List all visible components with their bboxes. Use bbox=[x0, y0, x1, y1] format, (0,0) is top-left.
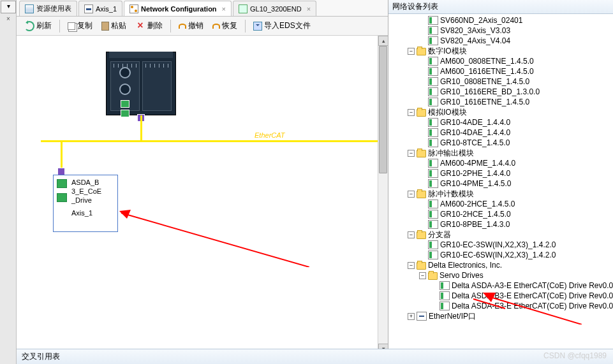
device-icon bbox=[428, 26, 438, 35]
tree-folder[interactable]: −分支器 bbox=[408, 229, 613, 240]
tree-item-label: GR10-4PME_1.4.5.0 bbox=[440, 178, 511, 189]
tree-item[interactable]: GR10-8TCE_1.4.5.0 bbox=[419, 138, 613, 148]
device-icon bbox=[428, 87, 438, 96]
tree-toggle[interactable]: + bbox=[408, 313, 415, 320]
rail-close-button[interactable]: × bbox=[1, 15, 16, 25]
slave-device[interactable]: ASDA_B 3_E_CoE _Drive Axis_1 bbox=[53, 175, 118, 232]
tree-item[interactable]: GR10_1616ETNE_1.4.5.0 bbox=[419, 97, 613, 107]
tree-toggle[interactable]: − bbox=[408, 191, 415, 198]
import-icon bbox=[253, 22, 262, 31]
device-tree[interactable]: SV660ND_2Axis_02401SV820_3Axis_V3.03SV82… bbox=[388, 14, 613, 364]
tab-gl10[interactable]: GL10_3200END × bbox=[233, 1, 316, 16]
tree-folder-label: 分支器 bbox=[428, 229, 451, 240]
delete-button[interactable]: ×删除 bbox=[131, 18, 166, 34]
tree-item[interactable]: SV820_3Axis_V3.03 bbox=[419, 25, 613, 36]
folder-icon bbox=[417, 109, 426, 117]
tree-item[interactable]: Delta ASDA-A3-E EtherCAT(CoE) Drive Rev0… bbox=[431, 280, 613, 291]
tree-item-label: AM600-4PME_1.4.4.0 bbox=[440, 158, 515, 168]
tree-folder[interactable]: −Delta Electronics, Inc. bbox=[408, 260, 613, 270]
tree-item[interactable]: AM600-4PME_1.4.4.0 bbox=[419, 158, 613, 168]
tree-item[interactable]: SV820_4Axis_V4.04 bbox=[419, 36, 613, 46]
tab-network-config[interactable]: Network Configuration × bbox=[124, 1, 232, 16]
tab-label: Axis_1 bbox=[96, 5, 117, 13]
tree-item-label: SV660ND_2Axis_02401 bbox=[440, 15, 522, 25]
tree-item[interactable]: GR10-EC-6SW(IN,X2,X3)_1.4.2.0 bbox=[419, 250, 613, 260]
tree-folder-label: Delta Electronics, Inc. bbox=[428, 260, 502, 270]
tree-toggle[interactable]: − bbox=[419, 272, 426, 279]
tree-folder[interactable]: −脉冲输出模块 bbox=[408, 148, 613, 158]
tab-close-button[interactable]: × bbox=[307, 5, 311, 13]
tab-label: GL10_3200END bbox=[250, 5, 302, 13]
redo-button[interactable]: 恢复 bbox=[209, 18, 241, 34]
rail-toggle-button[interactable]: ▾ bbox=[1, 1, 16, 13]
tree-item[interactable]: GR10-2HCE_1.4.5.0 bbox=[419, 209, 613, 219]
tree-toggle[interactable]: − bbox=[408, 262, 415, 269]
refresh-icon bbox=[24, 21, 34, 31]
tree-folder[interactable]: −模拟IO模块 bbox=[408, 107, 613, 117]
tree-item-label: GR10-8PBE_1.4.3.0 bbox=[440, 219, 510, 229]
tree-item[interactable]: GR10-EC-3SW(IN,X2,X3)_1.4.2.0 bbox=[419, 240, 613, 250]
tab-bar: 资源使用表 Axis_1 Network Configuration × GL1… bbox=[17, 0, 388, 17]
tree-item-label: AM600_1616ETNE_1.4.5.0 bbox=[440, 66, 534, 76]
tree-item[interactable]: GR10_1616ERE_BD_1.3.0.0 bbox=[419, 87, 613, 97]
folder-icon bbox=[428, 272, 438, 280]
device-icon bbox=[428, 159, 438, 168]
tab-resource-usage[interactable]: 资源使用表 bbox=[19, 1, 77, 16]
tree-toggle[interactable]: − bbox=[408, 231, 415, 238]
tree-folder[interactable]: −Servo Drives bbox=[419, 270, 613, 280]
paste-button[interactable]: 粘贴 bbox=[98, 18, 130, 34]
device-icon bbox=[428, 118, 438, 127]
tree-item-label: Delta ASDA-E3-E EtherCAT(CoE) Drive Rev0… bbox=[452, 301, 613, 311]
import-eds-button[interactable]: 导入EDS文件 bbox=[249, 18, 314, 34]
network-canvas[interactable]: EtherCAT ASDA_B 3_E_CoE _Drive Axis_1 bbox=[17, 36, 388, 364]
tree-folder-label: 数字IO模块 bbox=[428, 46, 467, 56]
master-device[interactable] bbox=[106, 52, 176, 115]
device-icon bbox=[428, 77, 438, 86]
tree-item[interactable]: GR10-2PHE_1.4.4.0 bbox=[419, 168, 613, 178]
tree-folder-label: 脉冲计数模块 bbox=[428, 189, 474, 199]
tree-item[interactable]: Delta ASDA-E3-E EtherCAT(CoE) Drive Rev0… bbox=[431, 301, 613, 311]
tab-close-button[interactable]: × bbox=[222, 5, 226, 13]
tree-folder[interactable]: −脉冲计数模块 bbox=[408, 189, 613, 199]
bottom-panel-tab[interactable]: 交叉引用表 bbox=[17, 349, 613, 364]
port-icon bbox=[57, 193, 67, 202]
tree-toggle[interactable]: − bbox=[408, 109, 415, 116]
paste-icon bbox=[101, 22, 109, 31]
tree-folder[interactable]: +EtherNet/IP口 bbox=[408, 311, 613, 321]
vertical-scrollbar[interactable]: ▴ ▾ bbox=[378, 36, 388, 354]
toolbar: 刷新 复制 粘贴 ×删除 撤销 恢复 导入EDS文件 bbox=[17, 17, 388, 36]
tree-item[interactable]: SV660ND_2Axis_02401 bbox=[419, 15, 613, 25]
canvas-wrap: EtherCAT ASDA_B 3_E_CoE _Drive Axis_1 bbox=[17, 36, 388, 364]
tree-item[interactable]: AM600-2HCE_1.4.5.0 bbox=[419, 199, 613, 209]
tree-folder[interactable]: −数字IO模块 bbox=[408, 46, 613, 56]
tree-item[interactable]: GR10-4PME_1.4.5.0 bbox=[419, 178, 613, 189]
tree-item[interactable]: GR10-4DAE_1.4.4.0 bbox=[419, 127, 613, 138]
tree-item[interactable]: AM600_1616ETNE_1.4.5.0 bbox=[419, 66, 613, 76]
tree-item[interactable]: AM600_0808ETNE_1.4.5.0 bbox=[419, 56, 613, 66]
tree-item-label: SV820_3Axis_V3.03 bbox=[440, 25, 510, 36]
tree-item-label: SV820_4Axis_V4.04 bbox=[440, 36, 510, 46]
tree-item-label: GR10-4ADE_1.4.4.0 bbox=[440, 117, 510, 127]
tree-item[interactable]: Delta ASDA-B3-E EtherCAT(CoE) Drive Rev0… bbox=[431, 291, 613, 301]
svg-line-0 bbox=[121, 213, 309, 267]
side-panel-title: 网络设备列表 bbox=[388, 0, 613, 14]
device-icon bbox=[428, 251, 438, 259]
scroll-thumb[interactable] bbox=[379, 46, 387, 173]
tree-toggle[interactable]: − bbox=[408, 150, 415, 157]
copy-button[interactable]: 复制 bbox=[64, 18, 96, 34]
tree-item-label: GR10-2HCE_1.4.5.0 bbox=[440, 209, 511, 219]
device-icon bbox=[428, 210, 438, 219]
tree-toggle[interactable]: − bbox=[408, 48, 415, 55]
tab-axis1[interactable]: Axis_1 bbox=[78, 1, 122, 16]
network-icon bbox=[129, 4, 138, 13]
tree-item[interactable]: GR10-8PBE_1.4.3.0 bbox=[419, 219, 613, 229]
scroll-up-button[interactable]: ▴ bbox=[378, 36, 388, 46]
undo-button[interactable]: 撤销 bbox=[175, 18, 207, 34]
tree-item-label: Delta ASDA-B3-E EtherCAT(CoE) Drive Rev0… bbox=[452, 291, 613, 301]
device-icon bbox=[439, 302, 450, 310]
device-icon bbox=[428, 179, 438, 188]
tree-item[interactable]: GR10_0808ETNE_1.4.5.0 bbox=[419, 76, 613, 87]
refresh-button[interactable]: 刷新 bbox=[20, 18, 55, 34]
device-icon bbox=[428, 57, 438, 66]
tree-item[interactable]: GR10-4ADE_1.4.4.0 bbox=[419, 117, 613, 127]
